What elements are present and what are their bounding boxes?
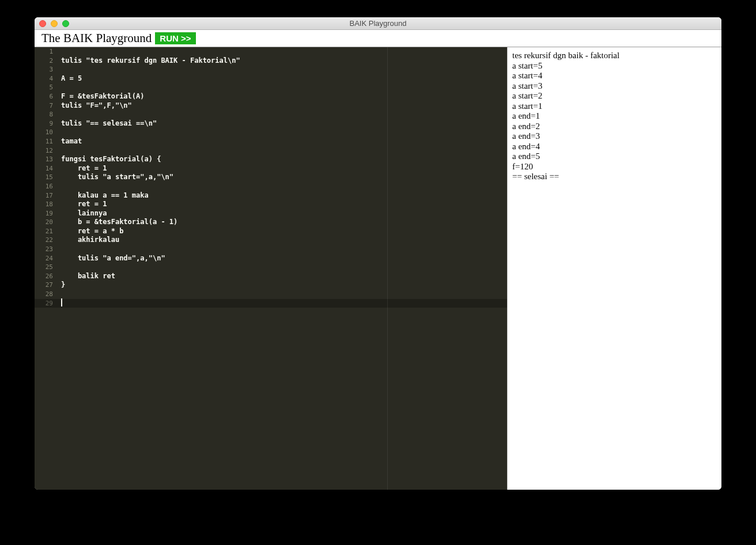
code-line[interactable] (61, 146, 507, 156)
code-line[interactable] (61, 182, 507, 191)
code-line[interactable]: tulis "== selesai ==\n" (61, 119, 507, 128)
code-editor[interactable]: 1234567891011121314151617181920212223242… (35, 47, 507, 490)
code-line[interactable]: tulis "a end=",a,"\n" (61, 254, 507, 263)
line-number: 24 (35, 254, 53, 263)
line-number: 3 (35, 65, 53, 74)
code-line[interactable]: kalau a == 1 maka (61, 191, 507, 200)
output-line: a end=1 (512, 111, 717, 122)
output-line: tes rekursif dgn baik - faktorial (512, 51, 717, 61)
line-number: 21 (35, 227, 53, 236)
code-line[interactable] (61, 290, 507, 299)
output-pane: tes rekursif dgn baik - faktoriala start… (507, 47, 721, 490)
code-line[interactable] (61, 299, 507, 308)
toolbar: The BAIK Playground RUN >> (35, 30, 721, 47)
line-number: 26 (35, 272, 53, 281)
line-number: 20 (35, 218, 53, 227)
code-line[interactable]: akhirkalau (61, 236, 507, 245)
line-number: 27 (35, 281, 53, 290)
maximize-icon[interactable] (62, 20, 69, 27)
output-line: f=120 (512, 162, 717, 172)
line-number: 18 (35, 200, 53, 209)
output-line: a start=4 (512, 71, 717, 81)
line-number: 10 (35, 128, 53, 137)
line-number: 15 (35, 173, 53, 182)
output-line: a end=4 (512, 142, 717, 152)
line-number: 11 (35, 137, 53, 146)
code-line[interactable]: tamat (61, 137, 507, 146)
line-number: 22 (35, 236, 53, 245)
line-number: 8 (35, 110, 53, 119)
minimize-icon[interactable] (51, 20, 58, 27)
line-number: 6 (35, 92, 53, 101)
line-number: 28 (35, 290, 53, 299)
code-line[interactable]: A = 5 (61, 74, 507, 84)
line-number: 13 (35, 155, 53, 164)
window-title: BAIK Playground (35, 19, 721, 28)
line-number: 4 (35, 74, 53, 84)
code-area[interactable]: tulis "tes rekursif dgn BAIK - Faktorial… (58, 47, 507, 490)
code-line[interactable] (61, 65, 507, 74)
code-line[interactable]: b = &tesFaktorial(a - 1) (61, 218, 507, 227)
titlebar: BAIK Playground (35, 17, 721, 30)
code-line[interactable]: tulis "a start=",a,"\n" (61, 173, 507, 182)
line-number: 1 (35, 47, 53, 56)
code-line[interactable] (61, 47, 507, 56)
code-line[interactable] (61, 83, 507, 92)
app-window: BAIK Playground The BAIK Playground RUN … (35, 17, 721, 490)
line-number: 17 (35, 191, 53, 200)
code-line[interactable]: ret = a * b (61, 227, 507, 236)
output-line: == selesai == (512, 172, 717, 182)
line-number: 7 (35, 101, 53, 111)
code-line[interactable]: fungsi tesFaktorial(a) { (61, 155, 507, 164)
line-number: 25 (35, 263, 53, 272)
code-line[interactable] (61, 245, 507, 254)
output-line: a start=1 (512, 101, 717, 112)
code-line[interactable]: ret = 1 (61, 164, 507, 173)
text-cursor (61, 298, 62, 306)
close-icon[interactable] (39, 20, 46, 27)
output-line: a start=2 (512, 91, 717, 101)
content-area: 1234567891011121314151617181920212223242… (35, 47, 721, 490)
code-line[interactable]: balik ret (61, 272, 507, 281)
window-controls (35, 20, 69, 27)
code-line[interactable]: tulis "F=",F,"\n" (61, 101, 507, 111)
line-number: 5 (35, 83, 53, 92)
output-line: a end=2 (512, 122, 717, 132)
output-line: a end=3 (512, 131, 717, 142)
line-number: 9 (35, 119, 53, 128)
line-number: 12 (35, 146, 53, 156)
code-line[interactable]: F = &tesFaktorial(A) (61, 92, 507, 101)
code-line[interactable]: lainnya (61, 209, 507, 218)
line-number: 14 (35, 164, 53, 173)
output-line: a start=3 (512, 81, 717, 92)
line-gutter: 1234567891011121314151617181920212223242… (35, 47, 58, 490)
code-line[interactable]: ret = 1 (61, 200, 507, 209)
line-number: 23 (35, 245, 53, 254)
app-title: The BAIK Playground (41, 31, 152, 46)
line-number: 2 (35, 56, 53, 66)
editor-split-divider (387, 47, 388, 490)
line-number: 16 (35, 182, 53, 191)
code-line[interactable] (61, 128, 507, 137)
code-line[interactable]: tulis "tes rekursif dgn BAIK - Faktorial… (61, 56, 507, 66)
run-button[interactable]: RUN >> (155, 32, 195, 44)
output-line: a start=5 (512, 61, 717, 71)
code-line[interactable] (61, 263, 507, 272)
code-line[interactable]: } (61, 281, 507, 290)
output-line: a end=5 (512, 152, 717, 162)
line-number: 19 (35, 209, 53, 218)
code-line[interactable] (61, 110, 507, 119)
